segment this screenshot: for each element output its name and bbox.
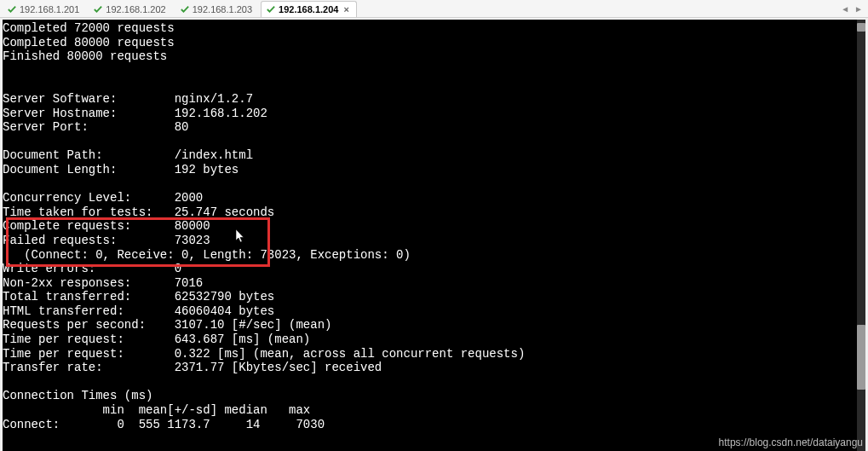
tab-192-168-1-201[interactable]: 192.168.1.201 [2, 1, 87, 17]
check-icon [8, 5, 16, 14]
tab-label: 192.168.1.204 [279, 4, 338, 14]
tab-prev-icon[interactable]: ◄ [839, 4, 851, 14]
close-icon[interactable]: × [343, 4, 348, 14]
tab-next-icon[interactable]: ► [853, 4, 865, 14]
tab-nav: ◄ ► [839, 0, 865, 18]
scrollbar[interactable] [857, 20, 865, 451]
tab-192-168-1-202[interactable]: 192.168.1.202 [88, 1, 173, 17]
check-icon [94, 5, 102, 14]
watermark: https://blog.csdn.net/dataiyangu [719, 437, 863, 448]
scroll-thumb[interactable] [857, 325, 865, 390]
check-icon [267, 5, 275, 14]
tab-192-168-1-203[interactable]: 192.168.1.203 [175, 1, 260, 17]
tab-label: 192.168.1.203 [193, 4, 252, 14]
tab-192-168-1-204[interactable]: 192.168.1.204× [261, 1, 357, 17]
tab-label: 192.168.1.201 [20, 4, 79, 14]
scroll-top-marker[interactable] [857, 23, 865, 32]
terminal-panel: Completed 72000 requests Completed 80000… [3, 20, 865, 451]
check-icon [181, 5, 189, 14]
tab-strip: 192.168.1.201192.168.1.202192.168.1.2031… [0, 0, 868, 18]
tab-label: 192.168.1.202 [106, 4, 165, 14]
terminal-output: Completed 72000 requests Completed 80000… [3, 20, 865, 431]
